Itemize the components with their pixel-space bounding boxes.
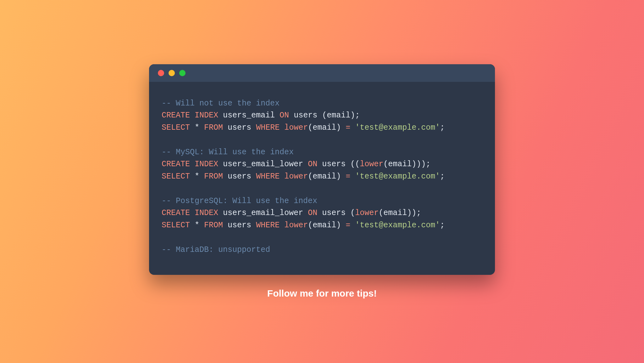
token-space xyxy=(280,172,284,181)
token-ident: users_email xyxy=(223,111,275,120)
close-icon[interactable] xyxy=(158,70,164,76)
token-ident: users_email_lower xyxy=(223,208,303,218)
token-func: lower xyxy=(360,160,383,169)
token-punct: ) xyxy=(350,111,355,120)
code-line: -- MySQL: Will use the index xyxy=(162,146,482,159)
token-op: = xyxy=(346,221,350,230)
token-keyword: SELECT xyxy=(162,172,190,181)
token-space xyxy=(190,160,195,169)
token-func: lower xyxy=(284,172,308,181)
token-space xyxy=(251,221,256,230)
token-func: lower xyxy=(355,208,379,218)
token-ident: email xyxy=(313,172,336,181)
token-keyword: FROM xyxy=(204,123,223,132)
token-punct: ( xyxy=(350,160,355,169)
token-keyword: CREATE xyxy=(162,208,190,218)
token-space xyxy=(346,160,350,169)
token-star: * xyxy=(195,172,199,181)
token-keyword: FROM xyxy=(204,221,223,230)
token-comment: -- Will not use the index xyxy=(162,99,280,108)
footer-cta: Follow me for more tips! xyxy=(267,288,377,299)
code-line: SELECT * FROM users WHERE lower(email) =… xyxy=(162,171,482,183)
minimize-icon[interactable] xyxy=(169,70,175,76)
code-area: -- Will not use the indexCREATE INDEX us… xyxy=(149,82,495,275)
token-punct: ( xyxy=(322,111,327,120)
token-space xyxy=(350,221,355,230)
token-space xyxy=(190,111,195,120)
token-ident: email xyxy=(388,160,412,169)
token-op: = xyxy=(346,123,350,132)
token-space xyxy=(280,123,284,132)
token-punct: ; xyxy=(440,221,445,230)
token-space xyxy=(190,123,195,132)
token-keyword: WHERE xyxy=(256,221,280,230)
token-comment: -- PostgreSQL: Will use the index xyxy=(162,196,317,206)
token-ident: users xyxy=(228,123,251,132)
token-space xyxy=(199,123,204,132)
token-space xyxy=(289,111,294,120)
token-comment: -- MySQL: Will use the index xyxy=(162,148,294,157)
token-ident: users_email_lower xyxy=(223,160,303,169)
token-space xyxy=(303,160,308,169)
code-line xyxy=(162,134,482,146)
token-star: * xyxy=(195,221,199,230)
code-line: -- MariaDB: unsupported xyxy=(162,244,482,256)
token-ident: email xyxy=(327,111,350,120)
token-ident: email xyxy=(313,221,336,230)
token-ident: email xyxy=(313,123,336,132)
token-punct: ; xyxy=(426,160,430,169)
token-keyword: WHERE xyxy=(256,123,280,132)
token-keyword: INDEX xyxy=(195,208,218,218)
token-ident: users xyxy=(322,208,346,218)
token-punct: ( xyxy=(383,160,388,169)
token-keyword: ON xyxy=(308,160,317,169)
token-space xyxy=(341,221,346,230)
token-star: * xyxy=(195,123,199,132)
token-space xyxy=(162,233,166,242)
token-ident: users xyxy=(294,111,317,120)
token-keyword: SELECT xyxy=(162,123,190,132)
code-line: CREATE INDEX users_email_lower ON users … xyxy=(162,207,482,219)
token-space xyxy=(218,160,223,169)
token-space xyxy=(162,184,166,193)
token-punct: ( xyxy=(308,221,313,230)
window-titlebar xyxy=(149,64,495,82)
token-punct: ( xyxy=(379,208,383,218)
token-space xyxy=(317,160,322,169)
token-space xyxy=(341,172,346,181)
token-ident: users xyxy=(228,172,251,181)
code-line: -- Will not use the index xyxy=(162,98,482,110)
token-space xyxy=(280,221,284,230)
token-space xyxy=(341,123,346,132)
code-line xyxy=(162,183,482,195)
token-space xyxy=(162,135,166,145)
code-line: SELECT * FROM users WHERE lower(email) =… xyxy=(162,122,482,134)
token-string: 'test@example.com' xyxy=(355,172,440,181)
token-punct: ) xyxy=(336,123,341,132)
token-punct: ; xyxy=(416,208,421,218)
token-punct: ) xyxy=(421,160,426,169)
code-line: SELECT * FROM users WHERE lower(email) =… xyxy=(162,219,482,232)
token-punct: ; xyxy=(355,111,360,120)
token-punct: ; xyxy=(440,172,445,181)
token-punct: ) xyxy=(336,172,341,181)
terminal-window: -- Will not use the indexCREATE INDEX us… xyxy=(149,64,495,275)
token-comment: -- MariaDB: unsupported xyxy=(162,245,270,254)
maximize-icon[interactable] xyxy=(179,70,186,76)
token-punct: ; xyxy=(440,123,445,132)
token-func: lower xyxy=(284,221,308,230)
token-func: lower xyxy=(284,123,308,132)
token-string: 'test@example.com' xyxy=(355,123,440,132)
token-punct: ( xyxy=(350,208,355,218)
token-space xyxy=(303,208,308,218)
token-space xyxy=(218,208,223,218)
token-space xyxy=(317,208,322,218)
code-line: -- PostgreSQL: Will use the index xyxy=(162,195,482,207)
token-punct: ) xyxy=(416,160,421,169)
token-space xyxy=(350,172,355,181)
token-space xyxy=(251,172,256,181)
token-ident: users xyxy=(322,160,346,169)
token-op: = xyxy=(346,172,350,181)
token-space xyxy=(190,172,195,181)
token-punct: ( xyxy=(355,160,360,169)
